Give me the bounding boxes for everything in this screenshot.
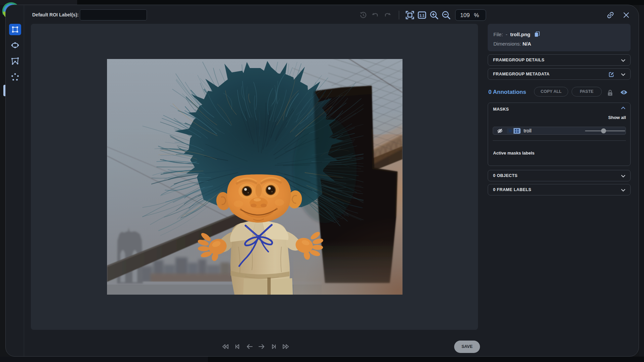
svg-text:1:1: 1:1 (419, 13, 424, 17)
